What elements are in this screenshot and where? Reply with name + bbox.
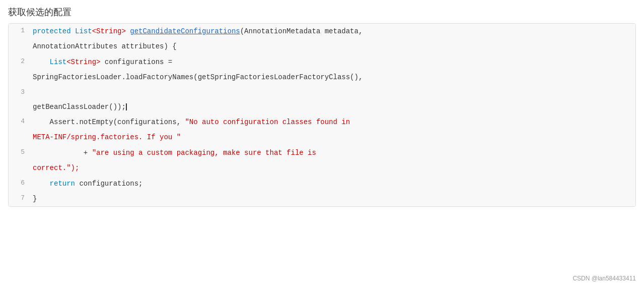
- code-block: 1 protected List<String> getCandidateCon…: [9, 24, 635, 206]
- spring-factories-loader: SpringFactoriesLoader.loadFactoryNames(g…: [33, 73, 363, 81]
- line-number-1: 1: [9, 24, 33, 36]
- code-container: 1 protected List<String> getCandidateCon…: [8, 23, 636, 207]
- keyword-protected: protected: [33, 27, 75, 35]
- code-line-3: 3: [9, 85, 635, 99]
- line-content-5: + "are using a custom packaging, make su…: [33, 145, 635, 160]
- line-content-2: List<String> configurations =: [33, 54, 635, 70]
- code-line-4b: META-INF/spring.factories. If you ": [9, 130, 635, 145]
- line-content-5b: correct.");: [33, 160, 635, 176]
- line-content-3: [33, 85, 635, 89]
- code-line-6: 6 return configurations;: [9, 176, 635, 191]
- line-content-6: return configurations;: [33, 176, 635, 191]
- code-line-7: 7 }: [9, 191, 635, 206]
- generic-string-2: <String>: [66, 58, 100, 66]
- line-number-2b: [9, 70, 33, 72]
- code-line-2: 2 List<String> configurations =: [9, 54, 635, 70]
- line-content-1: protected List<String> getCandidateConfi…: [33, 24, 635, 39]
- line-number-4b: [9, 130, 33, 132]
- line-content-3b: getBeanClassLoader());: [33, 99, 635, 114]
- var-decl: configurations =: [100, 58, 172, 66]
- return-val: configurations;: [75, 180, 142, 188]
- type-list-2: List: [50, 58, 67, 66]
- code-line-3b: getBeanClassLoader());: [9, 99, 635, 114]
- line-content-7: }: [33, 191, 635, 206]
- code-line-5b: correct.");: [9, 160, 635, 176]
- line-number-1b: [9, 39, 33, 41]
- assert-notempty: Assert.notEmpty(configurations,: [33, 118, 185, 126]
- params-start: (AnnotationMetadata metadata,: [240, 27, 363, 35]
- line-number-3b: [9, 99, 33, 101]
- line-number-7: 7: [9, 191, 33, 204]
- code-line-1: 1 protected List<String> getCandidateCon…: [9, 24, 635, 39]
- line-number-3: 3: [9, 85, 33, 98]
- line-content-2b: SpringFactoriesLoader.loadFactoryNames(g…: [33, 70, 635, 85]
- string-are-using: "are using a custom packaging, make sure…: [92, 149, 316, 157]
- code-line-4: 4 Assert.notEmpty(configurations, "No au…: [9, 114, 635, 130]
- annotation-attrs: AnnotationAttributes attributes) {: [33, 42, 177, 50]
- line-content-1b: AnnotationAttributes attributes) {: [33, 39, 635, 54]
- line-number-2: 2: [9, 54, 33, 67]
- space: [126, 27, 130, 35]
- plus-concat: +: [33, 149, 92, 157]
- page-title: 获取候选的配置: [0, 0, 644, 23]
- indent-6: [33, 180, 50, 188]
- indent-2: [33, 58, 50, 66]
- string-no-auto: "No auto configuration classes found in: [185, 118, 350, 126]
- line-number-4: 4: [9, 114, 33, 127]
- text-cursor: [126, 103, 127, 110]
- line-content-4: Assert.notEmpty(configurations, "No auto…: [33, 114, 635, 130]
- line-content-4b: META-INF/spring.factories. If you ": [33, 130, 635, 145]
- closing-brace: }: [33, 195, 37, 203]
- string-meta-inf: META-INF/spring.factories. If you ": [33, 133, 181, 141]
- line-number-5b: [9, 160, 33, 162]
- code-line-5: 5 + "are using a custom packaging, make …: [9, 145, 635, 160]
- code-line-1b: AnnotationAttributes attributes) {: [9, 39, 635, 54]
- string-correct: correct.");: [33, 164, 79, 172]
- watermark: CSDN @lan584433411: [573, 275, 636, 282]
- get-bean: getBeanClassLoader());: [33, 103, 126, 111]
- generic-string: <String>: [92, 27, 126, 35]
- type-list: List: [75, 27, 92, 35]
- code-line-2b: SpringFactoriesLoader.loadFactoryNames(g…: [9, 70, 635, 85]
- line-number-5: 5: [9, 145, 33, 158]
- line-number-6: 6: [9, 176, 33, 189]
- keyword-return: return: [50, 180, 75, 188]
- method-name: getCandidateConfigurations: [130, 27, 240, 35]
